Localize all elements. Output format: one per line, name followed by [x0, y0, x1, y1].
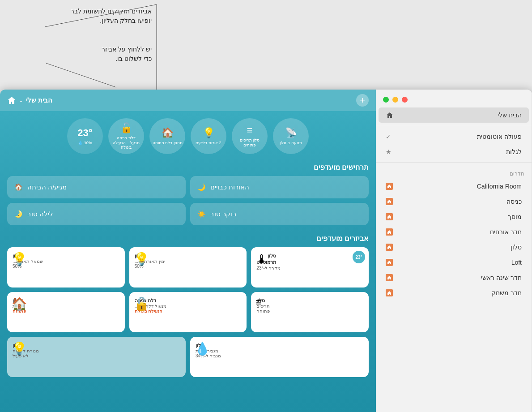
- scene-good-morning[interactable]: בוקר טוב ☀️: [190, 203, 369, 225]
- check-icon: ✓: [386, 133, 391, 140]
- accessories-section-title: אביזרים מועדפים: [7, 234, 369, 243]
- scene-lights-off[interactable]: האורות כבויים 🌙: [190, 176, 369, 198]
- callout-text-1: אביזרים הזקוקים לתשומת לבר יופיעו בחלק ה…: [4, 7, 152, 26]
- accessories-grid-bottom: 💧 סלון מגביר לחות מגביר ל-34% 💡 סלון מנו…: [7, 337, 369, 377]
- room-icon-entry: [386, 198, 393, 205]
- scene-arriving-label: מגיע/ה הביתה: [27, 183, 67, 191]
- sidebar-item-favorites[interactable]: לגלות ★: [379, 145, 529, 159]
- garage-label: מחסן דלת פתוחה: [151, 141, 184, 146]
- content-scroll[interactable]: 📡 תנועה ב-סלון ≡ סלון תריסים פתוחים 💡 2 …: [0, 111, 376, 412]
- lock-widget[interactable]: 🔓 דלת כניסה מנעל... הנעילה בוטלה: [108, 118, 144, 154]
- reading-lamp-icon: 💡: [12, 341, 27, 356]
- scene-night-label: לילה טוב: [27, 210, 53, 218]
- sidebar-item-salon[interactable]: סלון: [379, 240, 529, 254]
- motion-widget[interactable]: 📡 תנועה ב-סלון: [273, 118, 309, 154]
- room-icon-salon: [386, 244, 393, 251]
- lock-icon: 🔓: [120, 122, 132, 134]
- scene-lights-off-icon: 🌙: [197, 183, 206, 191]
- scene-arriving-icon: 🏠: [14, 183, 23, 191]
- garage-door-widget[interactable]: 🏠 מחסן דלת פתוחה: [149, 118, 185, 154]
- minimize-button[interactable]: [392, 97, 398, 103]
- home-icon: [386, 111, 394, 119]
- room-icon-garage: [386, 213, 393, 220]
- sidebar-item-home[interactable]: הבית שלי: [379, 107, 529, 123]
- temp-badge: 23°: [353, 251, 365, 263]
- accessory-thermostat[interactable]: 23° 🌡 סלוןתרמוסטט מקרר ל-23°: [251, 247, 369, 288]
- accessory-light-left[interactable]: 💡 סלון שמאל תאורת... 50%: [7, 247, 125, 288]
- blind-status: פתוחה: [256, 309, 270, 313]
- scenes-section-title: תרחישים מועדפים: [7, 163, 369, 172]
- accessory-light-right[interactable]: 💡 סלון ימין תאורת שו... 50%: [129, 247, 247, 288]
- sidebar-item-game-room[interactable]: חדר משחק: [379, 286, 529, 300]
- scene-good-night[interactable]: לילה טוב 🌛: [7, 203, 186, 225]
- accessory-reading-lamp[interactable]: 💡 סלון מנורת קריאה לא פעיל: [7, 337, 186, 377]
- motion-label: תנועה ב-סלון: [278, 141, 304, 146]
- accessory-blind[interactable]: ≡ סלון תריסים פתוחה: [251, 292, 369, 332]
- home-nav-icon: [7, 96, 16, 105]
- app-window: הבית שלי פעולה אוטומטית ✓ לגלות ★ חדרים …: [0, 90, 532, 412]
- accessory-garage[interactable]: 🏠 מחסן דלת פתוחה: [7, 292, 125, 332]
- maximize-button[interactable]: [383, 97, 389, 103]
- close-button[interactable]: [402, 97, 408, 103]
- room-icon-guest: [386, 228, 393, 236]
- lights-icon: 💡: [203, 127, 215, 139]
- sidebar-item-master-bedroom[interactable]: חדר שינה ראשי: [379, 270, 529, 285]
- room-icon-loft: [386, 259, 393, 266]
- separator-1: [376, 126, 532, 126]
- blinds-widget[interactable]: ≡ סלון תריסים פתוחים: [232, 118, 268, 154]
- lights-widget[interactable]: 💡 2 אורות דליקים: [191, 118, 226, 154]
- sidebar-item-entry[interactable]: כניסה: [379, 194, 529, 209]
- lock-accessory-icon: 🔓: [134, 296, 149, 311]
- blinds-label: סלון תריסים פתוחים: [232, 138, 268, 148]
- thermostat-icon: 🌡: [255, 252, 268, 266]
- lights-label: 2 אורות דליקים: [194, 141, 223, 146]
- sidebar-item-automation[interactable]: פעולה אוטומטית ✓: [379, 129, 529, 144]
- humidifier-icon: 💧: [195, 341, 210, 356]
- humidity-value: 10% 💧: [78, 141, 92, 145]
- light-left-icon: 💡: [12, 252, 27, 266]
- scene-night-icon: 🌛: [14, 210, 23, 218]
- add-button[interactable]: +: [356, 94, 369, 107]
- scene-morning-label: בוקר טוב: [210, 210, 237, 218]
- blind-icon: ≡: [255, 296, 261, 308]
- scene-lights-off-label: האורות כבויים: [210, 183, 249, 191]
- room-icon-master: [386, 274, 393, 281]
- main-content: + הבית שלי ⌄ 📡 תנועה ב-סלון ≡ סלון תריסי…: [0, 90, 376, 412]
- callout-text-2: יש ללחוץ על אביזר כדי לשלוט בו.: [4, 45, 152, 64]
- motion-icon: 📡: [285, 127, 297, 139]
- sidebar-item-loft[interactable]: Loft: [379, 255, 529, 270]
- topbar-title-area: הבית שלי ⌄: [7, 96, 52, 105]
- status-widgets-row: 📡 תנועה ב-סלון ≡ סלון תריסים פתוחים 💡 2 …: [7, 118, 369, 154]
- temp-value: 23°: [77, 127, 92, 139]
- lock-label: דלת כניסה מנעל... הנעילה בוטלה: [108, 136, 144, 150]
- sidebar-item-california-room[interactable]: California Room: [379, 179, 529, 193]
- star-icon: ★: [386, 148, 392, 155]
- scenes-grid: האורות כבויים 🌙 מגיע/ה הביתה 🏠 בוקר טוב …: [7, 176, 369, 225]
- rooms-section-header: חדרים: [376, 165, 532, 179]
- separator-2: [376, 162, 532, 163]
- garage-accessory-icon: 🏠: [12, 296, 27, 311]
- blinds-icon: ≡: [247, 124, 253, 136]
- chevron-icon: ⌄: [19, 97, 23, 103]
- room-icon-game: [386, 289, 393, 296]
- traffic-lights: [376, 90, 532, 107]
- sidebar-item-garage[interactable]: מוסך: [379, 210, 529, 224]
- accessories-grid: 23° 🌡 סלוןתרמוסטט מקרר ל-23° 💡 סלון ימין…: [7, 247, 369, 332]
- scene-morning-icon: ☀️: [197, 210, 206, 218]
- scene-arriving-home[interactable]: מגיע/ה הביתה 🏠: [7, 176, 186, 198]
- garage-icon: 🏠: [162, 127, 174, 139]
- room-icon-california: [386, 183, 393, 190]
- light-right-icon: 💡: [134, 252, 149, 266]
- sidebar-item-guest-room[interactable]: חדר אורחים: [379, 225, 529, 239]
- home-title: הבית שלי: [26, 96, 52, 104]
- accessory-lock[interactable]: 🔓 דלת כניסה מנעול דלת רא... הנעילה בוטלה: [129, 292, 247, 332]
- sidebar: הבית שלי פעולה אוטומטית ✓ לגלות ★ חדרים …: [376, 90, 532, 412]
- accessory-humidifier[interactable]: 💧 סלון מגביר לחות מגביר ל-34%: [190, 337, 369, 377]
- temp-widget[interactable]: 23° 10% 💧: [67, 118, 103, 154]
- topbar: + הבית שלי ⌄: [0, 90, 376, 111]
